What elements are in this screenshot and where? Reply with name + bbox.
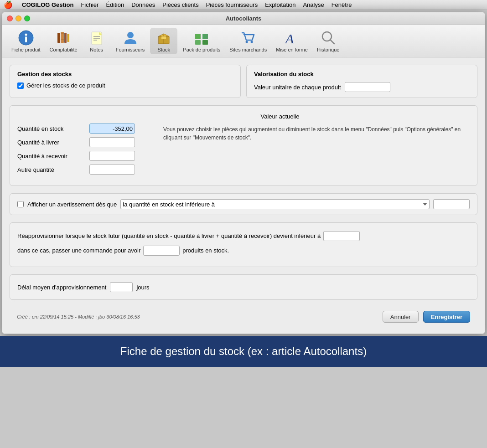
window-controls bbox=[7, 15, 30, 21]
svg-point-1 bbox=[25, 34, 27, 36]
warning-select-wrapper: la quantité en stock est inférieure à la… bbox=[120, 199, 430, 209]
menu-fenetre[interactable]: Fenêtre bbox=[332, 1, 352, 8]
svg-rect-19 bbox=[195, 34, 201, 39]
warning-value-input[interactable] bbox=[433, 199, 470, 209]
toolbar-stock[interactable]: Stock bbox=[150, 28, 177, 54]
maximize-button[interactable] bbox=[24, 15, 30, 21]
svg-rect-21 bbox=[195, 40, 201, 45]
valeur-unitaire-label: Valeur unitaire de chaque produit bbox=[254, 84, 341, 91]
warning-label: Afficher un avertissement dès que bbox=[27, 201, 117, 208]
quantite-en-stock-row: Quantité en stock -352,00 bbox=[17, 124, 154, 134]
svg-point-23 bbox=[246, 41, 248, 43]
valorisation-section: Valorisation du stock Valeur unitaire de… bbox=[246, 65, 477, 98]
menubar: 🍎 COGILOG Gestion Fichier Édition Donnée… bbox=[0, 0, 487, 10]
valeur-note: Vous pouvez choisir les pièces qui augme… bbox=[163, 124, 470, 178]
quantite-a-livrer-row: Quantité à livrer bbox=[17, 137, 154, 147]
toolbar-label-notes: Notes bbox=[90, 47, 103, 52]
menu-exploitation[interactable]: Exploitation bbox=[265, 1, 295, 8]
svg-rect-20 bbox=[202, 34, 208, 39]
main-window: Autocollants Fiche produit bbox=[2, 12, 485, 334]
toolbar-label-stock: Stock bbox=[158, 47, 171, 52]
quantite-a-recevoir-row: Quantité à recevoir bbox=[17, 151, 154, 161]
menu-pieces-fournisseurs[interactable]: Pièces fournisseurs bbox=[206, 1, 258, 8]
menu-edition[interactable]: Édition bbox=[106, 1, 124, 8]
close-button[interactable] bbox=[7, 15, 13, 21]
delai-label-suffix: jours bbox=[136, 284, 149, 291]
toolbar-historique[interactable]: Historique bbox=[313, 28, 343, 54]
menu-fichier[interactable]: Fichier bbox=[81, 1, 98, 8]
save-button[interactable]: Enregistrer bbox=[423, 311, 470, 323]
app-name: COGILOG Gestion bbox=[22, 1, 73, 8]
footer-buttons: Annuler Enregistrer bbox=[383, 311, 470, 323]
valeur-actuelle-header: Valeur actuelle bbox=[90, 113, 470, 120]
toolbar-label-fournisseurs: Fournisseurs bbox=[116, 47, 145, 52]
footer-info: Créé : cm 22/09/14 15:25 - Modifié : jbo… bbox=[17, 314, 140, 319]
quantite-en-stock-label: Quantité en stock bbox=[17, 125, 86, 132]
toolbar-mise-en-forme[interactable]: A Mise en forme bbox=[272, 28, 311, 54]
cart-icon bbox=[240, 30, 256, 46]
apple-menu[interactable]: 🍎 bbox=[4, 0, 13, 9]
gestion-stocks-title: Gestion des stocks bbox=[17, 71, 233, 77]
toolbar-label-comptabilite: Comptabilité bbox=[50, 47, 78, 52]
warning-checkbox[interactable] bbox=[17, 201, 24, 207]
svg-point-14 bbox=[127, 32, 134, 38]
reapro-input2[interactable] bbox=[143, 246, 180, 256]
font-icon: A bbox=[284, 30, 300, 46]
cancel-button[interactable]: Annuler bbox=[383, 311, 419, 323]
toolbar-notes[interactable]: Notes bbox=[83, 28, 110, 54]
toolbar-label-fiche-produit: Fiche produit bbox=[11, 47, 41, 52]
valeur-fields: Quantité en stock -352,00 Quantité à liv… bbox=[17, 124, 154, 178]
reapro-prefix2: dans ce cas, passer une commande pour av… bbox=[17, 245, 140, 257]
svg-rect-2 bbox=[25, 36, 27, 42]
quantite-a-recevoir-input[interactable] bbox=[89, 151, 135, 161]
reapro-line1: Réapprovisionner lorsque le stock futur … bbox=[17, 230, 470, 242]
valeur-grid: Quantité en stock -352,00 Quantité à liv… bbox=[17, 124, 470, 178]
valeur-actuelle-section: Valeur actuelle Quantité en stock -352,0… bbox=[10, 105, 477, 186]
autre-quantite-label: Autre quantité bbox=[17, 166, 86, 173]
warning-section: Afficher un avertissement dès que la qua… bbox=[10, 193, 477, 215]
menu-pieces-clients[interactable]: Pièces clients bbox=[162, 1, 198, 8]
menu-donnees[interactable]: Données bbox=[131, 1, 155, 8]
delai-input[interactable] bbox=[110, 282, 133, 292]
autre-quantite-input[interactable] bbox=[89, 165, 135, 175]
quantite-a-recevoir-label: Quantité à recevoir bbox=[17, 153, 86, 160]
note-icon bbox=[88, 30, 105, 46]
footer: Créé : cm 22/09/14 15:25 - Modifié : jbo… bbox=[10, 307, 477, 326]
titlebar: Autocollants bbox=[2, 12, 485, 25]
gerer-stocks-checkbox[interactable] bbox=[17, 82, 24, 89]
menu-analyse[interactable]: Analyse bbox=[303, 1, 324, 8]
toolbar-sites-marchands[interactable]: Sites marchands bbox=[226, 28, 270, 54]
svg-point-24 bbox=[251, 41, 253, 43]
svg-rect-18 bbox=[161, 36, 166, 39]
toolbar: Fiche produit Comptabilité bbox=[2, 25, 485, 57]
warning-select[interactable]: la quantité en stock est inférieure à la… bbox=[120, 199, 430, 209]
reapprovisionnement-section: Réapprovisionner lorsque le stock futur … bbox=[10, 222, 477, 267]
gerer-stocks-row: Gérer les stocks de ce produit bbox=[17, 82, 233, 89]
box-icon bbox=[155, 30, 172, 46]
valeur-unitaire-input[interactable] bbox=[345, 82, 390, 92]
toolbar-pack-de-produits[interactable]: Pack de produits bbox=[179, 28, 224, 54]
svg-line-27 bbox=[330, 40, 334, 44]
books-icon bbox=[55, 30, 72, 46]
valorisation-title: Valorisation du stock bbox=[254, 71, 470, 77]
reapro-suffix2: produits en stock. bbox=[182, 245, 229, 257]
svg-rect-5 bbox=[64, 33, 67, 43]
reapro-input1[interactable] bbox=[323, 231, 360, 241]
pack-icon bbox=[193, 30, 210, 46]
content-area: Gestion des stocks Gérer les stocks de c… bbox=[2, 57, 485, 334]
toolbar-label-mise-en-forme: Mise en forme bbox=[276, 47, 308, 52]
autre-quantite-row: Autre quantité bbox=[17, 165, 154, 175]
toolbar-fournisseurs[interactable]: Fournisseurs bbox=[112, 28, 149, 54]
svg-rect-6 bbox=[67, 34, 69, 42]
quantite-a-livrer-input[interactable] bbox=[89, 137, 135, 147]
toolbar-label-sites-marchands: Sites marchands bbox=[229, 47, 267, 52]
minimize-button[interactable] bbox=[16, 15, 21, 21]
toolbar-fiche-produit[interactable]: Fiche produit bbox=[8, 28, 44, 54]
toolbar-comptabilite[interactable]: Comptabilité bbox=[46, 28, 81, 54]
quantite-a-livrer-label: Quantité à livrer bbox=[17, 139, 86, 146]
quantite-en-stock-input[interactable]: -352,00 bbox=[89, 124, 135, 134]
gestion-stocks-section: Gestion des stocks Gérer les stocks de c… bbox=[10, 65, 241, 98]
svg-rect-22 bbox=[202, 40, 208, 45]
delai-section: Délai moyen d'approvisionnement jours bbox=[10, 274, 477, 300]
delai-label-prefix: Délai moyen d'approvisionnement bbox=[17, 284, 106, 291]
